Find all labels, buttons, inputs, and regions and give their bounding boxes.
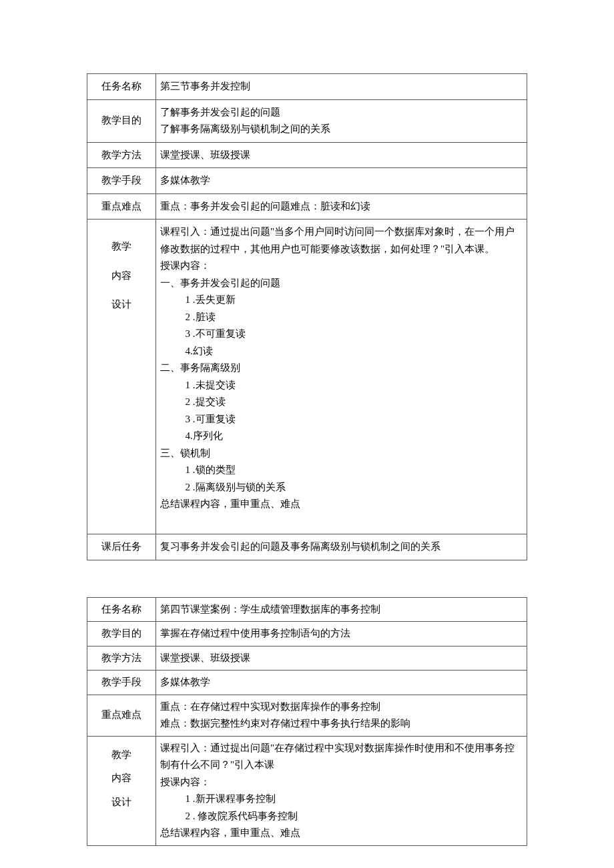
value-method: 课堂授课、班级授课	[156, 142, 527, 168]
content-item: 2 .脏读	[160, 309, 523, 326]
value-keypoints: 重点：事务并发会引起的问题难点：脏读和幻读	[156, 193, 527, 220]
design-label-part: 教学	[91, 747, 151, 764]
table-row: 课后任务 复习事务并发会引起的问题及事务隔离级别与锁机制之间的关系	[87, 534, 527, 560]
table-row: 教学方法 课堂授课、班级授课	[87, 142, 527, 168]
table-row: 教学目的 掌握在存储过程中使用事务控制语句的方法	[87, 622, 527, 646]
content-item: 2 . 修改院系代码事务控制	[160, 808, 523, 825]
label-method: 教学方法	[87, 646, 156, 671]
table-row: 教学 内容 设计 课程引入：通过提出问题"当多个用户同时访问同一个数据库对象时，…	[87, 220, 527, 534]
value-objective: 了解事务并发会引起的问题 了解事务隔离级别与锁机制之间的关系	[156, 99, 527, 142]
content-intro: 课程引入：通过提出问题"在存储过程中实现对数据库操作时使用和不使用事务控制有什么…	[160, 740, 523, 774]
content-item: 3 .不可重复读	[160, 326, 523, 343]
content-item: 1 .未提交读	[160, 377, 523, 394]
content-intro: 课程引入：通过提出问题"当多个用户同时访问同一个数据库对象时，在一个用户修改数据…	[160, 224, 523, 258]
design-label-part: 教学	[91, 238, 151, 256]
table-row: 任务名称 第四节课堂案例：学生成绩管理数据库的事务控制	[87, 597, 527, 622]
content-heading: 一、事务并发会引起的问题	[160, 275, 523, 292]
label-after-task: 课后任务	[87, 534, 156, 560]
content-blank	[160, 513, 523, 530]
design-label-part: 设计	[91, 296, 151, 314]
objective-line: 了解事务隔离级别与锁机制之间的关系	[160, 121, 523, 138]
design-label-part: 内容	[91, 770, 151, 787]
label-objective: 教学目的	[87, 622, 156, 646]
table-row: 任务名称 第三节事务并发控制	[87, 74, 527, 100]
table-row: 教学方法 课堂授课、班级授课	[87, 646, 527, 671]
objective-line: 了解事务并发会引起的问题	[160, 104, 523, 121]
table-row: 教学手段 多媒体教学	[87, 671, 527, 695]
table-row: 重点难点 重点：事务并发会引起的问题难点：脏读和幻读	[87, 193, 527, 220]
label-objective: 教学目的	[87, 99, 156, 142]
keypoints-line: 重点：在存储过程中实现对数据库操作的事务控制	[160, 699, 523, 716]
value-after-task: 复习事务并发会引起的问题及事务隔离级别与锁机制之间的关系	[156, 534, 527, 560]
content-heading: 三、锁机制	[160, 445, 523, 462]
keypoints-line: 难点：数据完整性约束对存储过程中事务执行结果的影响	[160, 715, 523, 733]
content-item: 1 .锁的类型	[160, 462, 523, 479]
content-summary: 总结课程内容，重申重点、难点	[160, 496, 523, 513]
label-keypoints: 重点难点	[87, 193, 156, 220]
label-means: 教学手段	[87, 671, 156, 695]
table-row: 教学手段 多媒体教学	[87, 168, 527, 194]
content-heading: 二、事务隔离级别	[160, 360, 523, 377]
lesson-plan-table-2: 任务名称 第四节课堂案例：学生成绩管理数据库的事务控制 教学目的 掌握在存储过程…	[87, 597, 527, 846]
content-item: 4.幻读	[160, 343, 523, 360]
content-item: 2 .隔离级别与锁的关系	[160, 479, 523, 496]
content-item: 4.序列化	[160, 428, 523, 445]
design-label-part: 内容	[91, 268, 151, 285]
label-means: 教学手段	[87, 168, 156, 194]
value-means: 多媒体教学	[156, 671, 527, 695]
content-item: 2 .提交读	[160, 394, 523, 411]
label-method: 教学方法	[87, 142, 156, 168]
value-design-content: 课程引入：通过提出问题"在存储过程中实现对数据库操作时使用和不使用事务控制有什么…	[156, 736, 527, 845]
label-design: 教学 内容 设计	[87, 736, 156, 845]
value-design-content: 课程引入：通过提出问题"当多个用户同时访问同一个数据库对象时，在一个用户修改数据…	[156, 220, 527, 534]
content-section-header: 授课内容：	[160, 774, 523, 791]
content-summary: 总结课程内容，重申重点、难点	[160, 825, 523, 842]
label-keypoints: 重点难点	[87, 695, 156, 736]
content-section-header: 授课内容：	[160, 258, 523, 275]
value-objective: 掌握在存储过程中使用事务控制语句的方法	[156, 622, 527, 646]
content-item: 1 .新开课程事务控制	[160, 791, 523, 808]
value-task-name: 第三节事务并发控制	[156, 74, 527, 100]
value-task-name: 第四节课堂案例：学生成绩管理数据库的事务控制	[156, 597, 527, 622]
table-row: 教学 内容 设计 课程引入：通过提出问题"在存储过程中实现对数据库操作时使用和不…	[87, 736, 527, 845]
label-task-name: 任务名称	[87, 597, 156, 622]
table-row: 重点难点 重点：在存储过程中实现对数据库操作的事务控制 难点：数据完整性约束对存…	[87, 695, 527, 736]
lesson-plan-table-1: 任务名称 第三节事务并发控制 教学目的 了解事务并发会引起的问题 了解事务隔离级…	[87, 73, 527, 560]
content-item: 3 .可重复读	[160, 411, 523, 428]
content-item: 1 .丢失更新	[160, 292, 523, 309]
table-row: 教学目的 了解事务并发会引起的问题 了解事务隔离级别与锁机制之间的关系	[87, 99, 527, 142]
label-task-name: 任务名称	[87, 74, 156, 100]
label-design: 教学 内容 设计	[87, 220, 156, 534]
design-label-part: 设计	[91, 794, 151, 811]
value-method: 课堂授课、班级授课	[156, 646, 527, 671]
table-spacer	[87, 560, 527, 597]
value-keypoints: 重点：在存储过程中实现对数据库操作的事务控制 难点：数据完整性约束对存储过程中事…	[156, 695, 527, 736]
value-means: 多媒体教学	[156, 168, 527, 194]
